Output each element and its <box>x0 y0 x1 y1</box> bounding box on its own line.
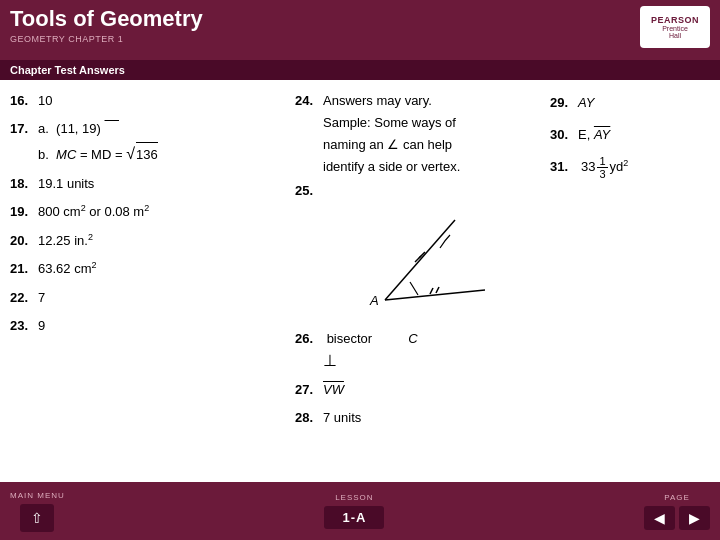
answer-22-num: 22. <box>10 287 38 309</box>
answer-26-text: bisector <box>327 331 373 346</box>
answer-22-text: 7 <box>38 287 45 309</box>
answer-26: 26. bisector C ⊥ <box>295 328 540 372</box>
page-label: PAGE <box>664 493 690 502</box>
answer-24-num: 24. <box>295 90 323 112</box>
answer-17: 17. a. (11, 19) b. MC = MD = √ 136 <box>10 118 290 167</box>
sqrt-expr: √ 136 <box>126 140 157 167</box>
page-title: Tools of Geometry <box>10 6 203 32</box>
answer-31: 31. 33 1 3 yd2 <box>550 154 710 180</box>
svg-line-5 <box>436 287 439 293</box>
answer-17b-mc: MC <box>56 147 76 162</box>
answer-29: 29. AY <box>550 90 710 116</box>
answer-17-content: a. (11, 19) b. MC = MD = √ 136 <box>38 118 158 167</box>
answer-17a-label: a. <box>38 121 49 136</box>
answer-19-num: 19. <box>10 201 38 223</box>
next-page-button[interactable]: ▶ <box>679 506 710 530</box>
answer-28-num: 28. <box>295 407 323 429</box>
hall-text: Hall <box>669 32 681 39</box>
geometry-diagram: A <box>315 210 495 330</box>
middle-column: 24. Answers may vary. Sample: Some ways … <box>290 90 540 490</box>
answer-16-num: 16. <box>10 90 38 112</box>
geometry-svg: A <box>315 210 495 330</box>
lesson-label: LESSON <box>335 493 373 502</box>
answer-18-num: 18. <box>10 173 38 195</box>
answer-19-text: 800 cm2 or 0.08 m2 <box>38 201 149 223</box>
answer-17b-label: b. <box>38 147 49 162</box>
answer-31-unit: yd2 <box>610 154 629 180</box>
svg-line-4 <box>430 288 433 294</box>
bottom-nav: MAIN MENU ⇧ LESSON 1-A PAGE ◀ ▶ <box>0 482 720 540</box>
answer-16: 16. 10 <box>10 90 290 112</box>
svg-line-0 <box>385 220 455 300</box>
left-column: 16. 10 17. a. (11, 19) b. MC = MD = √ 13… <box>10 90 290 490</box>
answer-23-text: 9 <box>38 315 45 337</box>
header-left: Tools of Geometry GEOMETRY CHAPTER 1 <box>10 6 203 44</box>
answer-30: 30. E, AY <box>550 122 710 148</box>
pearson-text: PEARSON <box>651 15 699 25</box>
header: Tools of Geometry GEOMETRY CHAPTER 1 PEA… <box>0 0 720 60</box>
answer-18: 18. 19.1 units <box>10 173 290 195</box>
answer-16-text: 10 <box>38 90 52 112</box>
answer-25-num: 25. <box>295 180 323 202</box>
answer-25: 25. <box>295 180 540 202</box>
answer-27-text: VW <box>323 379 344 401</box>
home-button[interactable]: ⇧ <box>20 504 54 532</box>
lesson-button[interactable]: 1-A <box>324 506 384 529</box>
pearson-logo: PEARSON Prentice Hall <box>640 6 710 48</box>
answer-21: 21. 63.62 cm2 <box>10 258 290 280</box>
answer-27-num: 27. <box>295 379 323 401</box>
page-arrows: ◀ ▶ <box>644 506 710 530</box>
answer-26-content: bisector C ⊥ <box>323 328 418 372</box>
page-section: PAGE ◀ ▶ <box>644 493 710 530</box>
answer-27: 27. VW <box>295 379 540 401</box>
right-column: 29. AY 30. E, AY 31. 33 1 3 yd2 <box>540 90 710 490</box>
sqrt-symbol: √ <box>126 140 135 167</box>
answer-26-c: C <box>408 331 417 346</box>
lesson-section: LESSON 1-A <box>324 493 384 529</box>
answer-30-text: E, AY <box>578 122 610 148</box>
answer-31-text: 33 1 3 yd2 <box>581 154 628 180</box>
chapter-bar: Chapter Test Answers <box>0 60 720 80</box>
answer-17-num: 17. <box>10 118 38 140</box>
answer-22: 22. 7 <box>10 287 290 309</box>
main-menu-section: MAIN MENU ⇧ <box>10 491 65 532</box>
main-content: 16. 10 17. a. (11, 19) b. MC = MD = √ 13… <box>0 80 720 500</box>
answer-20-num: 20. <box>10 230 38 252</box>
answer-23: 23. 9 <box>10 315 290 337</box>
prentice-text: Prentice <box>662 25 688 32</box>
prev-page-button[interactable]: ◀ <box>644 506 675 530</box>
answer-21-num: 21. <box>10 258 38 280</box>
sqrt-radicand: 136 <box>136 142 158 166</box>
answer-17a-text: (11, 19) <box>56 121 101 136</box>
answer-23-num: 23. <box>10 315 38 337</box>
diagram-label-a: A <box>369 293 379 308</box>
answer-21-text: 63.62 cm2 <box>38 258 97 280</box>
answer-28-text: 7 units <box>323 407 361 429</box>
answer-30-num: 30. <box>550 122 578 148</box>
answer-26-num: 26. <box>295 328 323 350</box>
perp-symbol: ⊥ <box>323 352 337 369</box>
answer-24: 24. Answers may vary. Sample: Some ways … <box>295 90 540 178</box>
main-menu-label: MAIN MENU <box>10 491 65 500</box>
answer-31-num: 31. <box>550 154 578 180</box>
svg-line-1 <box>385 290 485 300</box>
answer-19: 19. 800 cm2 or 0.08 m2 <box>10 201 290 223</box>
overline-17a <box>105 121 119 136</box>
fraction-31: 1 3 <box>597 155 607 180</box>
answer-29-num: 29. <box>550 90 578 116</box>
answer-29-text: AY <box>578 90 594 116</box>
answer-18-text: 19.1 units <box>38 173 94 195</box>
answer-24-text: Answers may vary. Sample: Some ways of n… <box>323 90 460 178</box>
answer-28: 28. 7 units <box>295 407 540 429</box>
answer-20: 20. 12.25 in.2 <box>10 230 290 252</box>
answer-20-text: 12.25 in.2 <box>38 230 93 252</box>
chapter-subtitle: GEOMETRY CHAPTER 1 <box>10 34 203 44</box>
